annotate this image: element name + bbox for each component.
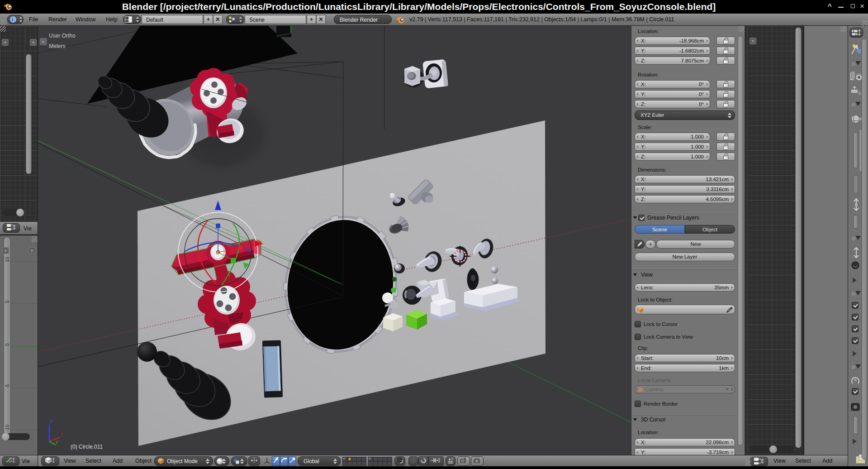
svg-text:i: i (12, 17, 14, 22)
svg-text:User Ortho: User Ortho (49, 33, 76, 39)
svg-text:Meters: Meters (49, 43, 66, 49)
svg-text:x: x (61, 431, 63, 436)
svg-text:z: z (50, 418, 53, 424)
svg-text:y: y (56, 439, 58, 444)
svg-text:(0) Circle.011: (0) Circle.011 (71, 444, 103, 450)
svg-text:+: + (42, 39, 44, 44)
